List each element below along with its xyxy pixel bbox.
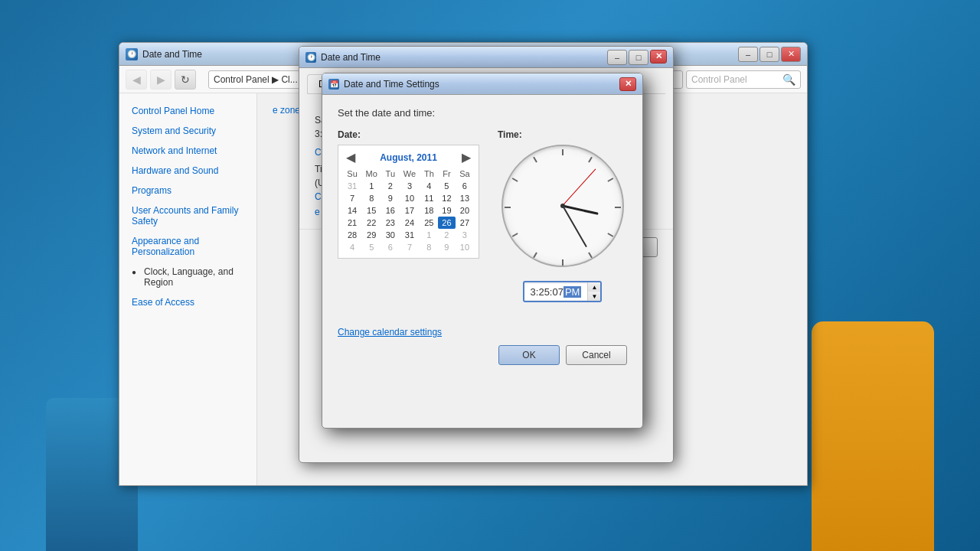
cal-day[interactable]: 7 bbox=[399, 241, 420, 253]
cal-day[interactable]: 6 bbox=[381, 241, 399, 253]
cal-day[interactable]: 28 bbox=[343, 229, 361, 241]
cal-col-sa: Sa bbox=[456, 168, 474, 180]
cal-day[interactable]: 17 bbox=[399, 204, 420, 217]
cal-next-button[interactable]: ▶ bbox=[459, 150, 474, 165]
dts-close-button[interactable]: ✕ bbox=[619, 77, 636, 91]
dt-close-button[interactable]: ✕ bbox=[650, 50, 667, 64]
cal-day[interactable]: 30 bbox=[381, 229, 399, 241]
sidebar-item-appearance[interactable]: Appearance and Personalization bbox=[119, 231, 256, 262]
sidebar-item-network-internet[interactable]: Network and Internet bbox=[119, 141, 256, 161]
sidebar-item-programs[interactable]: Programs bbox=[119, 181, 256, 201]
tick-10 bbox=[511, 178, 518, 182]
dts-cancel-button[interactable]: Cancel bbox=[566, 345, 627, 365]
cal-day[interactable]: 3 bbox=[456, 229, 474, 241]
cal-day[interactable]: 8 bbox=[420, 241, 438, 253]
cal-day[interactable]: 13 bbox=[456, 192, 474, 204]
cal-day[interactable]: 26 bbox=[438, 217, 456, 229]
cal-day[interactable]: 1 bbox=[420, 229, 438, 241]
time-decrement-button[interactable]: ▼ bbox=[588, 292, 600, 301]
cal-day[interactable]: 20 bbox=[456, 204, 474, 217]
dt-titlebar-buttons: – □ ✕ bbox=[607, 50, 667, 65]
tick-5 bbox=[588, 252, 593, 258]
cal-day[interactable]: 22 bbox=[361, 217, 381, 229]
cal-day[interactable]: 4 bbox=[343, 241, 361, 253]
cal-month-label[interactable]: August, 2011 bbox=[380, 152, 437, 163]
change-calendar-settings-link[interactable]: Change calendar settings bbox=[322, 327, 642, 337]
sidebar-item-control-panel-home[interactable]: Control Panel Home bbox=[119, 101, 256, 121]
tick-8 bbox=[511, 233, 518, 237]
dts-titlebar: 📅 Date and Time Settings ✕ bbox=[322, 73, 642, 95]
cal-col-su: Su bbox=[343, 168, 361, 180]
cal-day[interactable]: 5 bbox=[438, 180, 456, 192]
cal-day[interactable]: 16 bbox=[381, 204, 399, 217]
time-increment-button[interactable]: ▲ bbox=[588, 282, 600, 292]
clock-center bbox=[560, 204, 565, 208]
sidebar-item-user-accounts[interactable]: User Accounts and Family Safety bbox=[119, 201, 256, 231]
cal-day[interactable]: 24 bbox=[399, 217, 420, 229]
cal-day[interactable]: 10 bbox=[456, 241, 474, 253]
cal-day[interactable]: 7 bbox=[343, 192, 361, 204]
dts-time-label: Time: bbox=[498, 129, 627, 140]
dts-cal-grid: Su Mo Tu We Th Fr Sa 3112345678910111213… bbox=[343, 168, 474, 253]
cal-day[interactable]: 15 bbox=[361, 204, 381, 217]
back-button[interactable]: ◀ bbox=[126, 70, 147, 90]
cal-row: 78910111213 bbox=[343, 192, 474, 204]
sidebar-item-label: System and Security bbox=[132, 126, 216, 136]
cal-body: 3112345678910111213141516171819202122232… bbox=[343, 180, 474, 253]
selected-bullet: ● bbox=[132, 268, 136, 276]
sidebar-item-system-security[interactable]: System and Security bbox=[119, 121, 256, 141]
cal-day[interactable]: 29 bbox=[361, 229, 381, 241]
cal-day[interactable]: 11 bbox=[420, 192, 438, 204]
dts-calendar: ◀ August, 2011 ▶ Su Mo Tu We Th bbox=[338, 145, 479, 259]
tick-2 bbox=[607, 178, 613, 182]
cal-day[interactable]: 27 bbox=[456, 217, 474, 229]
dts-ok-button[interactable]: OK bbox=[498, 345, 560, 365]
cal-row: 31123456 bbox=[343, 180, 474, 192]
cal-day[interactable]: 18 bbox=[420, 204, 438, 217]
forward-button[interactable]: ▶ bbox=[150, 70, 172, 90]
ampm-display[interactable]: PM bbox=[564, 286, 582, 298]
cal-day[interactable]: 25 bbox=[420, 217, 438, 229]
minimize-button[interactable]: – bbox=[738, 47, 758, 62]
cal-day[interactable]: 8 bbox=[361, 192, 381, 204]
dts-set-label: Set the date and time: bbox=[338, 107, 627, 119]
cal-day[interactable]: 2 bbox=[438, 229, 456, 241]
cal-day[interactable]: 31 bbox=[399, 229, 420, 241]
refresh-button[interactable]: ↻ bbox=[175, 70, 196, 90]
cal-day[interactable]: 9 bbox=[438, 241, 456, 253]
close-button[interactable]: ✕ bbox=[781, 47, 801, 62]
cal-day[interactable]: 10 bbox=[399, 192, 420, 204]
dt-minimize-button[interactable]: – bbox=[607, 50, 627, 65]
cal-day[interactable]: 23 bbox=[381, 217, 399, 229]
dts-time-display: 3:25:07PM bbox=[524, 284, 588, 300]
sidebar-item-clock-language[interactable]: ● Clock, Language, and Region bbox=[119, 262, 256, 292]
cal-header-row: Su Mo Tu We Th Fr Sa bbox=[343, 168, 474, 180]
cal-day[interactable]: 14 bbox=[343, 204, 361, 217]
cal-row: 21222324252627 bbox=[343, 217, 474, 229]
cal-day[interactable]: 21 bbox=[343, 217, 361, 229]
cal-col-tu: Tu bbox=[381, 168, 399, 180]
dt-title-icon: 🕐 bbox=[305, 52, 316, 63]
sidebar-item-label: Ease of Access bbox=[132, 297, 194, 308]
cal-day[interactable]: 5 bbox=[361, 241, 381, 253]
cal-day[interactable]: 3 bbox=[399, 180, 420, 192]
maximize-button[interactable]: □ bbox=[760, 47, 779, 62]
search-bar[interactable]: Control Panel 🔍 bbox=[686, 70, 801, 89]
cal-day[interactable]: 19 bbox=[438, 204, 456, 217]
sidebar-item-ease-of-access[interactable]: Ease of Access bbox=[119, 292, 256, 312]
cal-day[interactable]: 31 bbox=[343, 180, 361, 192]
sidebar-item-hardware-sound[interactable]: Hardware and Sound bbox=[119, 161, 256, 181]
dt-maximize-button[interactable]: □ bbox=[629, 50, 648, 65]
tick-3 bbox=[615, 207, 621, 208]
cal-day[interactable]: 2 bbox=[381, 180, 399, 192]
cal-day[interactable]: 9 bbox=[381, 192, 399, 204]
cal-day[interactable]: 12 bbox=[438, 192, 456, 204]
cal-day[interactable]: 1 bbox=[361, 180, 381, 192]
dts-time-input[interactable]: 3:25:07PM ▲ ▼ bbox=[523, 281, 603, 302]
cal-day[interactable]: 4 bbox=[420, 180, 438, 192]
dt-titlebar-left: 🕐 Date and Time bbox=[305, 52, 381, 63]
cal-col-we: We bbox=[399, 168, 420, 180]
cal-prev-button[interactable]: ◀ bbox=[343, 150, 358, 165]
cal-day[interactable]: 6 bbox=[456, 180, 474, 192]
cal-row: 28293031123 bbox=[343, 229, 474, 241]
